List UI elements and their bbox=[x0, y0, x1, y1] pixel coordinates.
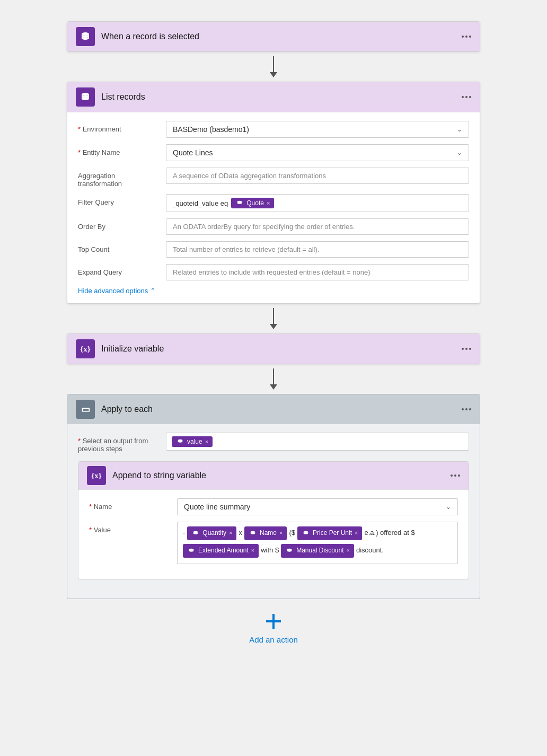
arrow-head-2 bbox=[270, 324, 277, 329]
dot2 bbox=[465, 36, 467, 38]
svg-point-2 bbox=[237, 201, 242, 203]
quantity-tag-remove[interactable]: × bbox=[229, 528, 232, 539]
append-string-title: Append to string variable bbox=[112, 471, 444, 480]
append-string-card: {x} Append to string variable * Name bbox=[78, 461, 469, 579]
quantity-tag-db-icon bbox=[191, 529, 200, 538]
chevron-down-icon-2: ⌄ bbox=[457, 149, 462, 156]
value-seg-3: e.a.) offered at $ bbox=[364, 526, 414, 539]
top-count-control: Total number of entries to retrieve (def… bbox=[166, 241, 469, 258]
list-records-card: List records * Environment BASDemo (basd… bbox=[67, 82, 480, 304]
filter-prefix: _quoteid_value eq bbox=[172, 199, 228, 207]
add-action-label: Add an action bbox=[249, 635, 298, 644]
value-tag-quantity: Quantity × bbox=[187, 526, 236, 540]
entity-name-row: * Entity Name Quote Lines ⌄ bbox=[78, 144, 469, 161]
loop-icon: ▭ bbox=[81, 403, 90, 415]
price-tag-db-icon bbox=[302, 529, 310, 538]
environment-row: * Environment BASDemo (basdemo1) ⌄ bbox=[78, 121, 469, 138]
arrow-1 bbox=[270, 52, 277, 82]
order-by-label: Order By bbox=[78, 218, 157, 231]
trigger-more-button[interactable] bbox=[462, 36, 471, 38]
append-string-body: * Name Quote line summary ⌄ bbox=[78, 489, 469, 579]
svg-point-7 bbox=[189, 549, 194, 550]
select-output-label: * Select an output from previous steps bbox=[78, 433, 157, 453]
chevron-down-icon: ⌄ bbox=[457, 126, 462, 133]
environment-select[interactable]: BASDemo (basdemo1) ⌄ bbox=[166, 121, 469, 138]
caret-up-icon: ⌃ bbox=[150, 287, 156, 295]
list-records-body: * Environment BASDemo (basdemo1) ⌄ * Ent… bbox=[67, 112, 480, 303]
aggregation-row: Aggregation transformation A sequence of… bbox=[78, 168, 469, 188]
top-count-input[interactable]: Total number of entries to retrieve (def… bbox=[166, 241, 469, 258]
value-tag-manual-discount: Manual Discount × bbox=[281, 544, 354, 558]
hide-advanced-label: Hide advanced options bbox=[78, 287, 148, 295]
apply-each-more-button[interactable] bbox=[462, 408, 471, 410]
aggregation-control: A sequence of OData aggregation transfor… bbox=[166, 168, 469, 184]
price-tag-remove[interactable]: × bbox=[355, 528, 358, 539]
name-field-label: * Name bbox=[89, 498, 169, 511]
arrow-2 bbox=[270, 304, 277, 333]
value-seg-4: with $ bbox=[261, 544, 279, 556]
value-seg-1: x bbox=[239, 526, 242, 539]
append-string-header: {x} Append to string variable bbox=[78, 462, 469, 489]
hide-advanced-button[interactable]: Hide advanced options ⌃ bbox=[78, 287, 469, 295]
trigger-title: When a record is selected bbox=[101, 32, 455, 41]
filter-tag-label: Quote bbox=[246, 199, 264, 207]
list-records-title: List records bbox=[101, 92, 455, 102]
name-field-select[interactable]: Quote line summary ⌄ bbox=[177, 498, 458, 515]
apply-each-container: ▭ Apply to each * Select an output from … bbox=[67, 394, 480, 599]
entity-name-select[interactable]: Quote Lines ⌄ bbox=[166, 144, 469, 161]
select-output-tag-value: value × bbox=[172, 436, 213, 447]
extended-tag-remove[interactable]: × bbox=[251, 546, 254, 556]
init-variable-header: {x} Initialize variable bbox=[67, 334, 480, 364]
value-content-box[interactable]: - Quantity × x bbox=[177, 522, 458, 564]
init-variable-card: {x} Initialize variable bbox=[67, 333, 480, 364]
list-records-header: List records bbox=[67, 82, 480, 112]
database-icon bbox=[80, 31, 91, 42]
select-output-row: * Select an output from previous steps v… bbox=[78, 433, 469, 453]
entity-name-label: * Entity Name bbox=[78, 144, 157, 156]
flow-canvas: When a record is selected List records bbox=[24, 11, 523, 655]
variable-icon: {x} bbox=[80, 345, 90, 354]
name-tag-remove[interactable]: × bbox=[279, 528, 283, 539]
value-seg-5: discount. bbox=[356, 544, 384, 556]
filter-query-input[interactable]: _quoteid_value eq Quote × bbox=[166, 194, 469, 212]
filter-query-label: Filter Query bbox=[78, 194, 157, 206]
trigger-header: When a record is selected bbox=[67, 22, 480, 51]
value-tag-price-per-unit: Price Per Unit × bbox=[297, 526, 362, 540]
quantity-tag-label: Quantity bbox=[202, 528, 226, 539]
discount-tag-remove[interactable]: × bbox=[347, 546, 350, 556]
aggregation-input[interactable]: A sequence of OData aggregation transfor… bbox=[166, 168, 469, 184]
append-string-more-button[interactable] bbox=[451, 474, 460, 477]
name-tag-db-icon bbox=[249, 529, 257, 538]
arrow-line-1 bbox=[273, 56, 274, 72]
arrow-line-2 bbox=[273, 308, 274, 324]
add-action-icon bbox=[264, 612, 283, 631]
variable-icon-2: {x} bbox=[91, 471, 101, 480]
svg-point-0 bbox=[82, 32, 89, 36]
apply-each-body: * Select an output from previous steps v… bbox=[67, 424, 480, 588]
filter-tag-db-icon bbox=[235, 199, 244, 207]
entity-name-control: Quote Lines ⌄ bbox=[166, 144, 469, 161]
list-records-more-button[interactable] bbox=[462, 96, 471, 98]
init-variable-icon-box: {x} bbox=[76, 339, 95, 358]
name-field-control: Quote line summary ⌄ bbox=[177, 498, 458, 515]
value-seg-2: ($ bbox=[289, 526, 295, 539]
add-action-button[interactable]: Add an action bbox=[249, 612, 298, 644]
expand-query-input[interactable]: Related entries to include with requeste… bbox=[166, 264, 469, 280]
svg-point-8 bbox=[287, 549, 292, 550]
select-output-control: value × bbox=[166, 433, 469, 451]
extended-amount-tag-label: Extended Amount bbox=[198, 545, 249, 557]
select-output-input[interactable]: value × bbox=[166, 433, 469, 451]
name-tag-label: Name bbox=[260, 528, 277, 539]
init-variable-more-button[interactable] bbox=[462, 348, 471, 350]
dot3 bbox=[469, 36, 471, 38]
select-output-tag-remove[interactable]: × bbox=[205, 438, 208, 445]
apply-each-header: ▭ Apply to each bbox=[67, 394, 480, 424]
order-by-input[interactable]: An ODATA orderBy query for specifying th… bbox=[166, 218, 469, 235]
expand-query-row: Expand Query Related entries to include … bbox=[78, 264, 469, 280]
top-count-label: Top Count bbox=[78, 241, 157, 253]
filter-tag-remove[interactable]: × bbox=[267, 200, 270, 206]
append-string-icon-box: {x} bbox=[87, 466, 106, 485]
filter-query-row: Filter Query _quoteid_value eq Quote × bbox=[78, 194, 469, 212]
svg-point-5 bbox=[251, 531, 255, 533]
filter-tag-quote: Quote × bbox=[231, 198, 274, 208]
